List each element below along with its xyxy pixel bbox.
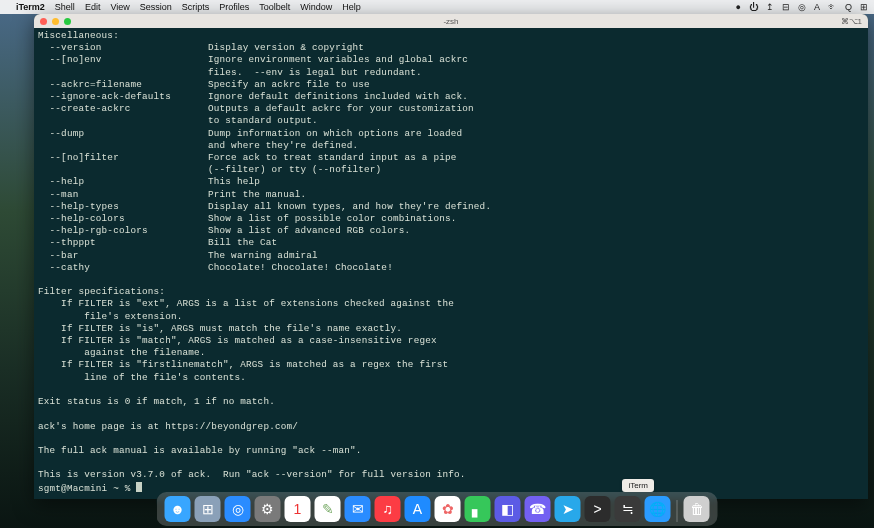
menubar-right: ● ⏻ ↥ ⊟ ◎ A ᯤ Q ⊞ <box>736 2 868 12</box>
control-center-icon[interactable]: ⊞ <box>860 2 868 12</box>
menu-view[interactable]: View <box>110 2 129 12</box>
terminal-line: --barThe warning admiral <box>38 250 864 262</box>
terminal-line <box>38 457 864 469</box>
terminal-line: files. --env is legal but redundant. <box>38 67 864 79</box>
close-button[interactable] <box>40 18 47 25</box>
terminal-line: If FILTER is "ext", ARGS is a list of ex… <box>38 298 864 310</box>
terminal-line: --thppptBill the Cat <box>38 237 864 249</box>
dock-item-activity[interactable]: ≒ <box>615 496 641 522</box>
dock-item-trash[interactable]: 🗑 <box>684 496 710 522</box>
terminal-line: --help-typesDisplay all known types, and… <box>38 201 864 213</box>
status-icon-2[interactable]: ⏻ <box>749 2 758 12</box>
terminal-line: and where they're defined. <box>38 140 864 152</box>
terminal-line: (--filter) or tty (--nofilter) <box>38 164 864 176</box>
dock-item-freeform[interactable]: ✎ <box>315 496 341 522</box>
dock: ☻⊞◎⚙1✎✉♫A✿▖◧☎➤>≒🌐🗑 <box>157 492 718 526</box>
window-right-label: ⌘⌥1 <box>841 17 862 26</box>
terminal-line: against the filename. <box>38 347 864 359</box>
terminal-line: --helpThis help <box>38 176 864 188</box>
dock-tooltip: iTerm <box>622 479 654 492</box>
terminal-line: --help-rgb-colorsShow a list of advanced… <box>38 225 864 237</box>
dock-item-settings[interactable]: ⚙ <box>255 496 281 522</box>
terminal-line: --[no]filterForce ack to treat standard … <box>38 152 864 164</box>
dock-item-shortcuts[interactable]: ◧ <box>495 496 521 522</box>
status-icon-6[interactable]: A <box>814 2 820 12</box>
terminal-line: This is version v3.7.0 of ack. Run "ack … <box>38 469 864 481</box>
dock-item-finder[interactable]: ☻ <box>165 496 191 522</box>
spotlight-icon[interactable]: Q <box>845 2 852 12</box>
traffic-lights <box>40 18 71 25</box>
dock-item-photos[interactable]: ✿ <box>435 496 461 522</box>
dock-item-mail[interactable]: ✉ <box>345 496 371 522</box>
terminal-line: ack's home page is at https://beyondgrep… <box>38 421 864 433</box>
menu-edit[interactable]: Edit <box>85 2 101 12</box>
terminal-output[interactable]: Miscellaneous: --versionDisplay version … <box>34 28 868 499</box>
terminal-line <box>38 433 864 445</box>
menubar: iTerm2 Shell Edit View Session Scripts P… <box>0 0 874 14</box>
terminal-line <box>38 384 864 396</box>
terminal-line: The full ack manual is available by runn… <box>38 445 864 457</box>
wifi-icon[interactable]: ᯤ <box>828 2 837 12</box>
terminal-line: to standard output. <box>38 115 864 127</box>
dock-item-iterm[interactable]: > <box>585 496 611 522</box>
terminal-line: --create-ackrcOutputs a default ackrc fo… <box>38 103 864 115</box>
terminal-line: --help-colorsShow a list of possible col… <box>38 213 864 225</box>
terminal-line: file's extension. <box>38 311 864 323</box>
dock-item-appstore[interactable]: A <box>405 496 431 522</box>
titlebar[interactable]: -zsh ⌘⌥1 <box>34 14 868 28</box>
dock-item-globe[interactable]: 🌐 <box>645 496 671 522</box>
status-icon-3[interactable]: ↥ <box>766 2 774 12</box>
dock-item-music[interactable]: ♫ <box>375 496 401 522</box>
terminal-line <box>38 408 864 420</box>
status-icon-1[interactable]: ● <box>736 2 741 12</box>
terminal-line: line of the file's contents. <box>38 372 864 384</box>
terminal-line: If FILTER is "firstlinematch", ARGS is m… <box>38 359 864 371</box>
window-title: -zsh <box>443 17 458 26</box>
terminal-line: Filter specifications: <box>38 286 864 298</box>
terminal-line: --dumpDump information on which options … <box>38 128 864 140</box>
dock-item-launchpad[interactable]: ⊞ <box>195 496 221 522</box>
menu-profiles[interactable]: Profiles <box>219 2 249 12</box>
dock-item-safari[interactable]: ◎ <box>225 496 251 522</box>
terminal-window: -zsh ⌘⌥1 Miscellaneous: --versionDisplay… <box>34 14 868 499</box>
menubar-left: iTerm2 Shell Edit View Session Scripts P… <box>6 2 361 12</box>
menu-scripts[interactable]: Scripts <box>182 2 210 12</box>
dock-item-telegram[interactable]: ➤ <box>555 496 581 522</box>
terminal-line: --[no]envIgnore environment variables an… <box>38 54 864 66</box>
dock-item-facetime[interactable]: ▖ <box>465 496 491 522</box>
cursor-icon <box>136 482 142 492</box>
status-icon-4[interactable]: ⊟ <box>782 2 790 12</box>
menu-help[interactable]: Help <box>342 2 361 12</box>
dock-item-viber[interactable]: ☎ <box>525 496 551 522</box>
menu-app-name[interactable]: iTerm2 <box>16 2 45 12</box>
terminal-line: If FILTER is "match", ARGS is matched as… <box>38 335 864 347</box>
terminal-line <box>38 274 864 286</box>
minimize-button[interactable] <box>52 18 59 25</box>
terminal-line: --versionDisplay version & copyright <box>38 42 864 54</box>
terminal-line: --manPrint the manual. <box>38 189 864 201</box>
terminal-line: --ignore-ack-defaultsIgnore default defi… <box>38 91 864 103</box>
terminal-line: If FILTER is "is", ARGS must match the f… <box>38 323 864 335</box>
dock-item-calendar[interactable]: 1 <box>285 496 311 522</box>
terminal-line: Miscellaneous: <box>38 30 864 42</box>
menu-session[interactable]: Session <box>140 2 172 12</box>
dock-divider <box>677 500 678 522</box>
terminal-line: --ackrc=filenameSpecify an ackrc file to… <box>38 79 864 91</box>
zoom-button[interactable] <box>64 18 71 25</box>
menu-window[interactable]: Window <box>300 2 332 12</box>
status-icon-5[interactable]: ◎ <box>798 2 806 12</box>
menu-shell[interactable]: Shell <box>55 2 75 12</box>
terminal-line: --cathyChocolate! Chocolate! Chocolate! <box>38 262 864 274</box>
menu-toolbelt[interactable]: Toolbelt <box>259 2 290 12</box>
terminal-line: Exit status is 0 if match, 1 if no match… <box>38 396 864 408</box>
